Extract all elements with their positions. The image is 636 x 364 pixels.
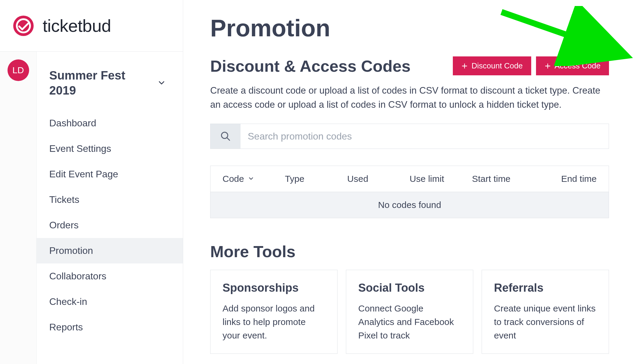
event-switcher[interactable]: Summer Fest 2019 [37,56,183,108]
sidebar-item-promotion[interactable]: Promotion [37,238,183,263]
brand-name: ticketbud [43,16,111,36]
button-label: Access Code [555,61,601,71]
sidebar-item-event-settings[interactable]: Event Settings [37,136,183,161]
tool-card-desc: Connect Google Analytics and Facebook Pi… [358,302,461,342]
sidebar-item-label: Tickets [49,194,79,205]
main-content: Promotion Discount & Access Codes Discou… [183,0,636,364]
user-avatar[interactable]: LD [8,59,29,81]
brand-logo[interactable]: ticketbud [13,15,111,37]
sidebar-item-label: Reports [49,322,83,332]
tool-card-title: Social Tools [358,281,461,294]
codes-button-group: Discount Code Access Code [453,56,609,75]
svg-line-3 [227,138,230,140]
codes-table: Code Type Used Use limit Start time End … [210,166,609,218]
plus-icon [461,63,468,69]
sidebar-item-dashboard[interactable]: Dashboard [37,110,183,136]
sidebar-item-label: Collaborators [49,271,106,281]
chevron-down-icon [248,174,254,184]
sidebar-nav: Dashboard Event Settings Edit Event Page… [37,110,183,340]
column-type[interactable]: Type [285,174,347,184]
sidebar-item-label: Check-in [49,296,87,307]
sidebar-item-label: Orders [49,220,79,230]
sidebar-item-label: Edit Event Page [49,169,118,179]
tool-card-title: Sponsorships [223,281,325,294]
sidebar-item-check-in[interactable]: Check-in [37,289,183,314]
tools-row: Sponsorships Add sponsor logos and links… [210,270,609,354]
column-end-time[interactable]: End time [534,174,597,184]
codes-section-title: Discount & Access Codes [210,57,410,75]
column-start-time[interactable]: Start time [472,174,535,184]
tool-card-desc: Add sponsor logos and links to help prom… [223,302,325,342]
tool-card-sponsorships[interactable]: Sponsorships Add sponsor logos and links… [210,270,338,354]
search-row [210,124,609,149]
event-name: Summer Fest 2019 [49,68,145,98]
codes-section-description: Create a discount code or upload a list … [210,84,609,112]
tool-card-title: Referrals [494,281,597,294]
page-title: Promotion [210,14,609,42]
codes-header-row: Discount & Access Codes Discount Code Ac… [210,56,609,75]
chevron-down-icon [157,78,166,87]
sidebar-item-edit-event[interactable]: Edit Event Page [37,161,183,187]
tool-card-social-tools[interactable]: Social Tools Connect Google Analytics an… [346,270,473,354]
column-used[interactable]: Used [347,174,410,184]
sidebar-item-label: Dashboard [49,118,96,128]
button-label: Discount Code [471,61,523,71]
sidebar-item-tickets[interactable]: Tickets [37,187,183,212]
topbar: ticketbud [0,0,183,52]
add-discount-code-button[interactable]: Discount Code [453,56,531,75]
column-use-limit[interactable]: Use limit [410,174,472,184]
column-label: Start time [472,174,510,184]
codes-table-header: Code Type Used Use limit Start time End … [210,166,609,192]
column-label: End time [561,174,597,184]
left-column: ticketbud LD Summer Fest 2019 Dashboard … [0,0,183,364]
column-label: Use limit [410,174,444,184]
add-access-code-button[interactable]: Access Code [536,56,609,75]
more-tools-title: More Tools [210,242,609,261]
brand-mark-icon [13,15,34,37]
avatar-initials: LD [12,65,24,75]
sidebar-item-label: Promotion [49,245,93,256]
sidebar-item-label: Event Settings [49,143,111,154]
codes-empty-state: No codes found [210,192,609,218]
sidebar-item-orders[interactable]: Orders [37,212,183,238]
sidebar: Summer Fest 2019 Dashboard Event Setting… [37,52,183,364]
sidebar-item-reports[interactable]: Reports [37,314,183,340]
column-code[interactable]: Code [223,174,285,184]
column-label: Code [223,174,244,184]
plus-icon [544,63,551,69]
sidebar-item-collaborators[interactable]: Collaborators [37,263,183,289]
search-input[interactable] [241,124,609,149]
tool-card-referrals[interactable]: Referrals Create unique event links to t… [482,270,609,354]
search-icon [210,124,241,149]
tool-card-desc: Create unique event links to track conve… [494,302,597,342]
avatar-strip: LD [0,52,37,364]
column-label: Type [285,174,304,184]
column-label: Used [347,174,368,184]
